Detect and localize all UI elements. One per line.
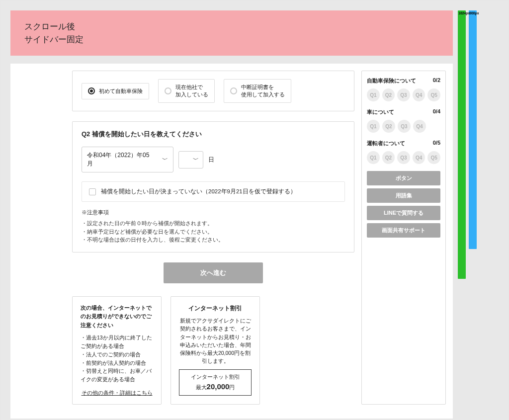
q-step[interactable]: Q3 [397, 88, 410, 101]
side-btn-button[interactable]: ボタン [367, 171, 440, 185]
promo-box: インターネット割引 最大20,000円 [179, 369, 252, 396]
warn-item: 前契約が法人契約の場合 [81, 359, 153, 367]
side-btn-line[interactable]: LINEで質問する [367, 206, 440, 220]
sidebar: 自動車保険について0/2 Q1 Q2 Q3 Q4 Q5 車について0/4 Q1 … [361, 71, 446, 405]
warning-card: 次の場合、インターネットでのお見積りができないのでご注意ください 過去13か月以… [72, 296, 162, 405]
next-button[interactable]: 次へ進む [164, 262, 263, 283]
note-heading: ※注意事項 [82, 209, 345, 216]
warn-item: 法人でのご契約の場合 [81, 350, 153, 359]
banner: スクロール後 サイドバー固定 [10, 10, 453, 56]
q2-title: Q2 補償を開始したい日を教えてください [82, 130, 345, 139]
checkbox-icon [89, 188, 96, 195]
banner-line2: サイドバー固定 [24, 33, 439, 46]
undecided-checkbox-row[interactable]: 補償を開始したい日が決まっていない（2022年9月21日を仮で登録する） [82, 181, 345, 202]
option-suspension-cert[interactable]: 中断証明書を使用して加入する [224, 79, 291, 103]
month-select[interactable]: 令和04年（2022）年05月 ﹀ [82, 147, 173, 172]
warning-title: 次の場合、インターネットでのお見積りができないのでご注意ください [81, 304, 153, 330]
q-step[interactable]: Q2 [382, 151, 395, 164]
rulers: 1024px 900px [458, 10, 477, 279]
chevron-down-icon: ﹀ [162, 156, 168, 164]
warn-item: 過去13か月以内に終了したご契約がある場合 [81, 334, 153, 350]
promo-card: インターネット割引 新規でアクサダイレクトにご契約されるお客さまで、インターネッ… [170, 296, 260, 405]
q-step[interactable]: Q1 [367, 151, 380, 164]
q-step[interactable]: Q2 [382, 88, 395, 101]
ruler-1024: 1024px [458, 10, 466, 279]
warn-more-link[interactable]: その他の条件・詳細はこちら [81, 389, 153, 397]
option-other-company[interactable]: 現在他社で加入している [158, 79, 215, 103]
side-btn-glossary[interactable]: 用語集 [367, 188, 440, 203]
day-suffix: 日 [208, 156, 214, 164]
option-first-time[interactable]: 初めて自動車保険 [82, 83, 149, 99]
ruler-900: 900px [469, 10, 477, 249]
q-step[interactable]: Q1 [367, 120, 380, 133]
note-item: ・設定された日の午前０時から補償が開始されます。 [82, 219, 345, 228]
radio-icon [230, 87, 237, 94]
option-card: 初めて自動車保険 現在他社で加入している 中断証明書を使用して加入する [72, 71, 354, 111]
artboard: 初めて自動車保険 現在他社で加入している 中断証明書を使用して加入する Q2 補… [10, 64, 453, 419]
q-step[interactable]: Q5 [427, 88, 440, 101]
note-item: ・納車予定日など補償が必要な日を選んでください。 [82, 228, 345, 236]
q-step[interactable]: Q4 [413, 151, 425, 164]
radio-selected-icon [88, 87, 95, 94]
q2-card: Q2 補償を開始したい日を教えてください 令和04年（2022）年05月 ﹀ ﹀… [72, 121, 354, 252]
promo-title: インターネット割引 [179, 304, 252, 313]
q-step[interactable]: Q2 [382, 120, 395, 133]
radio-icon [165, 87, 171, 94]
q-step[interactable]: Q1 [367, 88, 380, 101]
warn-item: 切替えと同時に、お車／バイクの変更がある場合 [81, 367, 153, 384]
day-select[interactable]: ﹀ [178, 151, 203, 168]
chevron-down-icon: ﹀ [193, 156, 199, 164]
promo-body: 新規でアクサダイレクトにご契約されるお客さまで、インターネットからお見積り・お申… [179, 317, 252, 365]
q-step[interactable]: Q3 [397, 151, 410, 164]
q-step[interactable]: Q4 [413, 120, 426, 133]
q-step[interactable]: Q4 [413, 88, 425, 101]
banner-line1: スクロール後 [24, 20, 439, 33]
q-step[interactable]: Q3 [398, 120, 411, 133]
q-step[interactable]: Q5 [427, 151, 440, 164]
side-btn-screenshare[interactable]: 画面共有サポート [367, 223, 440, 238]
note-item: ・不明な場合は仮の日付を入力し、後程ご変更ください。 [82, 236, 345, 244]
